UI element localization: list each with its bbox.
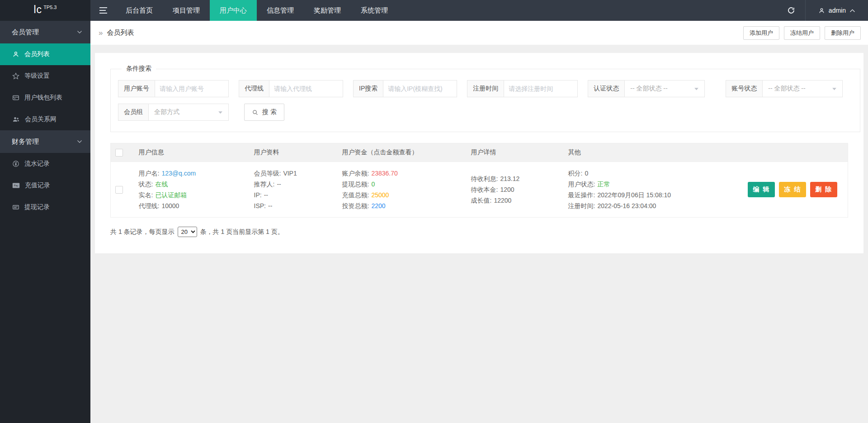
per-page-select[interactable]: 20 bbox=[178, 227, 197, 237]
column-header-other: 其他 bbox=[564, 143, 738, 162]
member-group-field-label: 会员组 bbox=[118, 104, 149, 120]
sidebar-item-label: 充值记录 bbox=[25, 181, 50, 190]
user-info-cell: 用户名:123@q.com 状态:在线 实名:已认证邮箱 代理线:10000 bbox=[134, 162, 250, 218]
sidebar-item-member-list[interactable]: 会员列表 bbox=[0, 43, 90, 65]
yen-circle-icon bbox=[12, 160, 19, 167]
agent-line-field-label: 代理线 bbox=[239, 81, 269, 97]
account-status-field-label: 账号状态 bbox=[726, 81, 763, 97]
user-funds-cell: 账户余额:23836.70 提现总额:0 充值总额:25000 投资总额:220… bbox=[338, 162, 467, 218]
user-menu[interactable]: admin bbox=[806, 0, 868, 21]
column-header-user-info: 用户信息 bbox=[134, 143, 250, 162]
pagination-prefix: 共 1 条记录，每页显示 bbox=[110, 228, 175, 236]
nav-item-home[interactable]: 后台首页 bbox=[116, 0, 163, 21]
sidebar-toggle-button[interactable] bbox=[90, 0, 116, 21]
pagination-suffix: 条，共 1 页当前显示第 1 页。 bbox=[200, 228, 284, 236]
sidebar-item-member-network[interactable]: 会员关系网 bbox=[0, 109, 90, 130]
actions-cell: 编 辑 冻 结 删 除 bbox=[738, 162, 848, 218]
sidebar-group-label: 财务管理 bbox=[12, 138, 39, 146]
nav-item-information[interactable]: 信息管理 bbox=[257, 0, 304, 21]
user-status-value: 正常 bbox=[597, 181, 610, 188]
sidebar-item-user-wallet-list[interactable]: 用户钱包列表 bbox=[0, 87, 90, 109]
username: admin bbox=[829, 7, 846, 14]
hamburger-icon bbox=[99, 7, 108, 14]
field-label: 提现总额: bbox=[342, 181, 369, 188]
content-card: 条件搜索 用户账号 代理线 IP搜索 bbox=[95, 53, 863, 253]
nav-item-rewards[interactable]: 奖励管理 bbox=[304, 0, 351, 21]
logo-text: lc bbox=[34, 4, 42, 15]
register-time-input[interactable] bbox=[504, 81, 577, 97]
field-label: 最近操作: bbox=[568, 191, 595, 199]
user-profile-cell: 会员等级:VIP1 推荐人:-- IP:-- ISP:-- bbox=[250, 162, 338, 218]
nav-item-user-center[interactable]: 用户中心 bbox=[210, 0, 257, 21]
field-label: 状态: bbox=[139, 181, 153, 188]
sidebar-group-label: 会员管理 bbox=[12, 28, 39, 37]
pending-principal-value: 1200 bbox=[500, 186, 514, 193]
recharge-total-link[interactable]: 25000 bbox=[371, 191, 389, 199]
app-window: lc TP5.3 后台首页 项目管理 用户中心 信息管理 奖励管理 系统管理 bbox=[0, 0, 868, 423]
sidebar-item-level-settings[interactable]: 等级设置 bbox=[0, 65, 90, 87]
account-input[interactable] bbox=[155, 81, 228, 97]
select-all-checkbox[interactable] bbox=[115, 149, 123, 157]
member-group-value: 全部方式 bbox=[154, 108, 179, 116]
ip-value: -- bbox=[264, 191, 268, 199]
withdraw-total-link[interactable]: 0 bbox=[371, 181, 375, 188]
nav-item-projects[interactable]: 项目管理 bbox=[163, 0, 210, 21]
sidebar-group-finance-management[interactable]: 财务管理 bbox=[0, 130, 90, 153]
delete-button[interactable]: 删 除 bbox=[810, 182, 837, 197]
online-status-value: 在线 bbox=[155, 181, 168, 188]
member-table: 用户信息 用户资料 用户资金（点击金额查看） 用户详情 其他 用户名: bbox=[110, 143, 848, 218]
topbar-right: admin bbox=[777, 0, 868, 21]
wallet-icon bbox=[12, 94, 19, 101]
auth-status-select[interactable]: -- 全部状态 -- bbox=[625, 81, 704, 97]
sidebar-item-withdraw-records[interactable]: 提现记录 bbox=[0, 196, 90, 218]
member-level-value: VIP1 bbox=[283, 170, 297, 177]
column-header-user-funds: 用户资金（点击金额查看） bbox=[338, 143, 467, 162]
balance-amount-link[interactable]: 23836.70 bbox=[371, 170, 397, 177]
freeze-button[interactable]: 冻 结 bbox=[779, 182, 806, 197]
username-link[interactable]: 123@q.com bbox=[161, 170, 196, 177]
column-header-user-profile: 用户资料 bbox=[250, 143, 338, 162]
field-label: 账户余额: bbox=[342, 170, 369, 177]
account-field-group: 用户账号 bbox=[118, 80, 229, 97]
field-label: IP: bbox=[254, 191, 262, 199]
growth-value: 12200 bbox=[494, 197, 511, 204]
field-label: 积分: bbox=[568, 170, 583, 177]
agent-line-input[interactable] bbox=[269, 81, 343, 97]
sidebar-item-label: 流水记录 bbox=[24, 160, 50, 168]
invest-total-link[interactable]: 2200 bbox=[371, 202, 385, 209]
ip-search-input[interactable] bbox=[383, 81, 457, 97]
field-label: 待收利息: bbox=[471, 175, 498, 182]
other-cell: 积分:0 用户状态:正常 最近操作:2022年09月06日 15:08:10 注… bbox=[564, 162, 738, 218]
sidebar-item-label: 用户钱包列表 bbox=[24, 94, 62, 102]
field-label: 用户状态: bbox=[568, 181, 595, 188]
auth-status-value: -- 全部状态 -- bbox=[630, 85, 667, 93]
field-label: 实名: bbox=[139, 191, 153, 199]
refresh-button[interactable] bbox=[777, 0, 805, 21]
page-title: 会员列表 bbox=[107, 29, 134, 37]
register-time-value: 2022-05-16 23:04:00 bbox=[597, 202, 656, 209]
row-checkbox[interactable] bbox=[115, 186, 123, 194]
ip-search-field-label: IP搜索 bbox=[354, 81, 383, 97]
sidebar-item-recharge-records[interactable]: Pay 充值记录 bbox=[0, 175, 90, 196]
breadcrumb: » 会员列表 bbox=[99, 29, 134, 38]
star-icon bbox=[12, 72, 19, 80]
paypal-icon: Pay bbox=[12, 182, 20, 189]
main-area: » 会员列表 添加用户 冻结用户 删除用户 条件搜索 用户账号 bbox=[90, 21, 868, 423]
freeze-user-button[interactable]: 冻结用户 bbox=[784, 26, 820, 40]
account-field-label: 用户账号 bbox=[118, 81, 155, 97]
sidebar-group-member-management[interactable]: 会员管理 bbox=[0, 21, 90, 43]
nav-item-system[interactable]: 系统管理 bbox=[351, 0, 398, 21]
sidebar-item-flow-records[interactable]: 流水记录 bbox=[0, 153, 90, 175]
delete-user-button[interactable]: 删除用户 bbox=[825, 26, 861, 40]
sidebar-item-label: 提现记录 bbox=[24, 203, 50, 211]
edit-button[interactable]: 编 辑 bbox=[748, 182, 775, 197]
pagination: 共 1 条记录，每页显示 20 条，共 1 页当前显示第 1 页。 bbox=[110, 227, 848, 237]
field-label: 注册时间: bbox=[568, 202, 595, 209]
add-user-button[interactable]: 添加用户 bbox=[743, 26, 779, 40]
member-group-select[interactable]: 全部方式 bbox=[149, 104, 228, 120]
auth-status-field-label: 认证状态 bbox=[588, 81, 625, 97]
chevron-up-icon bbox=[849, 9, 855, 13]
search-button[interactable]: 搜 索 bbox=[244, 104, 284, 121]
account-status-select[interactable]: -- 全部状态 -- bbox=[763, 81, 842, 97]
referrer-value: -- bbox=[277, 181, 281, 188]
